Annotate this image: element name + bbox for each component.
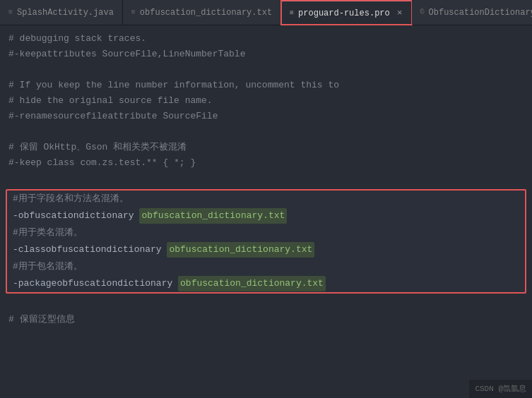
block-line-2: -obfuscationdictionary obfuscation_dicti… [7, 207, 525, 224]
code-line-7-empty [0, 124, 532, 140]
tab-icon-proguard: ≡ [290, 9, 294, 17]
code-line-6: #-renamesourcefileattribute SourceFile [0, 109, 532, 124]
tab-icon-splash: ≡ [8, 8, 13, 16]
code-line-8: # 保留 OkHttp、Gson 和相关类不被混淆 [0, 140, 532, 155]
tab-label-generator: ObfuscationDictionaryGeneratorUtil.j [429, 8, 532, 18]
code-area: # debugging stack traces. #-keepattribut… [0, 25, 532, 398]
code-text-2: #-keepattributes SourceFile,LineNumberTa… [8, 47, 245, 62]
footer-line-1: # 保留泛型信息 [0, 312, 532, 327]
tab-close-proguard[interactable]: × [397, 8, 403, 18]
block-directive-2: -classobfuscationdictionary [13, 242, 162, 258]
tab-label-splash: SplashActivity.java [17, 8, 114, 18]
block-text-comment-2: #用于类名混淆。 [13, 225, 83, 241]
footer-text-1: # 保留泛型信息 [8, 312, 75, 327]
block-directive-3: -packageobfuscationdictionary [13, 276, 172, 291]
block-line-4: -classobfuscationdictionary obfuscation_… [7, 241, 525, 258]
code-line-1: # debugging stack traces. [0, 31, 532, 47]
footer-empty-line [0, 296, 532, 312]
tab-proguard[interactable]: ≡ proguard-rules.pro × [281, 0, 411, 25]
bottom-bar: CSDN @氙氩息 [469, 380, 532, 398]
block-text-comment-3: #用于包名混淆。 [13, 259, 83, 275]
code-line-4: # If you keep the line number informatio… [0, 78, 532, 93]
block-directive-1: -obfuscationdictionary [13, 208, 134, 224]
block-line-5: #用于包名混淆。 [7, 258, 525, 275]
code-text-9: #-keep class com.zs.test.** { *; } [8, 155, 196, 171]
code-text-8: # 保留 OkHttp、Gson 和相关类不被混淆 [8, 140, 187, 155]
block-value-2: obfuscation_dictionary.txt [167, 242, 314, 258]
block-value-1: obfuscation_dictionary.txt [139, 208, 287, 224]
code-line-5: # hide the original source file name. [0, 93, 532, 109]
code-text-1: # debugging stack traces. [8, 31, 146, 47]
tab-label-obfuscation: obfuscation_dictionary.txt [140, 8, 272, 18]
tab-splash[interactable]: ≡ SplashActivity.java [0, 0, 123, 25]
highlighted-block: #用于字段名和方法名混淆。 -obfuscationdictionary obf… [6, 189, 526, 294]
code-text-4: # If you keep the line number informatio… [8, 78, 339, 93]
bottom-bar-text: CSDN @氙氩息 [475, 385, 526, 393]
code-line-9: #-keep class com.zs.test.** { *; } [0, 155, 532, 171]
block-line-1: #用于字段名和方法名混淆。 [7, 191, 525, 207]
code-text-5: # hide the original source file name. [8, 93, 213, 109]
block-line-6: -packageobfuscationdictionary obfuscatio… [7, 275, 525, 292]
tab-icon-generator: © [420, 8, 425, 16]
block-text-comment-1: #用于字段名和方法名混淆。 [13, 191, 129, 207]
code-text-6: #-renamesourcefileattribute SourceFile [8, 109, 218, 124]
tab-obfuscation-txt[interactable]: ≡ obfuscation_dictionary.txt [123, 0, 281, 25]
tab-generator[interactable]: © ObfuscationDictionaryGeneratorUtil.j [412, 0, 532, 25]
block-line-3: #用于类名混淆。 [7, 224, 525, 241]
tab-label-proguard: proguard-rules.pro [298, 8, 390, 18]
block-value-3: obfuscation_dictionary.txt [178, 276, 326, 291]
tab-icon-obfuscation: ≡ [131, 8, 136, 16]
tab-bar: ≡ SplashActivity.java ≡ obfuscation_dict… [0, 0, 532, 25]
code-line-2: #-keepattributes SourceFile,LineNumberTa… [0, 47, 532, 62]
code-line-10-empty [0, 171, 532, 186]
code-line-3-empty [0, 62, 532, 78]
